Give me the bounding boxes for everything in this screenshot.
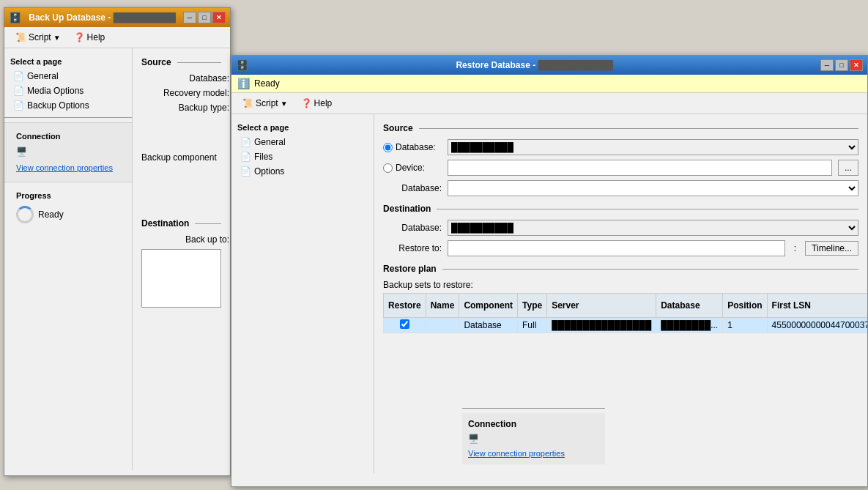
database-row: Database: <box>141 73 221 83</box>
recovery-model-row: Recovery model: <box>141 88 221 98</box>
dest-database-select[interactable]: ██████████ <box>448 220 858 236</box>
view-connection-props-link[interactable]: View connection properties <box>16 163 113 172</box>
restore-help-icon: ❓ <box>301 98 312 108</box>
restore-script-btn[interactable]: 📜 Script ▼ <box>237 96 293 111</box>
backup-options-icon: 📄 <box>13 100 24 111</box>
copy-only-row: Copy-only ba... <box>141 117 221 148</box>
destination-section-header: Destination <box>141 218 221 229</box>
backup-window-controls: ─ □ ✕ <box>183 12 226 23</box>
sidebar-item-general[interactable]: 📄 General <box>4 69 132 83</box>
row-restore-checkbox[interactable] <box>384 318 426 333</box>
backup-script-btn[interactable]: 📜 Script ▼ <box>10 30 66 45</box>
backup-minimize-btn[interactable]: ─ <box>183 12 196 23</box>
col-first-lsn: First LSN <box>767 294 867 318</box>
back-up-to-row: Back up to: <box>141 234 221 245</box>
backup-sets-table: Restore Name Component Type Server Datab… <box>383 293 867 333</box>
row-first-lsn: 45500000000044700037 <box>767 318 867 333</box>
col-server: Server <box>547 294 656 318</box>
backup-connection-section: Connection 🖥️ View connection properties <box>4 122 132 182</box>
restore-sidebar-files[interactable]: 📄 Files <box>231 149 374 164</box>
restore-view-connection-link[interactable]: View connection properties <box>468 449 565 458</box>
restore-toolbar: 📜 Script ▼ ❓ Help <box>231 93 867 114</box>
backup-type-row: Backup type: <box>141 103 221 113</box>
timeline-btn[interactable]: Timeline... <box>805 241 858 256</box>
media-options-icon: 📄 <box>13 86 24 96</box>
source-device-browse-btn[interactable]: ... <box>838 160 858 176</box>
sidebar-item-media-options[interactable]: 📄 Media Options <box>4 83 132 98</box>
backup-close-btn[interactable]: ✕ <box>212 12 226 23</box>
restore-options-icon: 📄 <box>240 166 251 177</box>
backup-window-icon: 🗄️ <box>9 12 21 23</box>
files-radio-row: Files and file... <box>141 182 221 212</box>
backup-sidebar: Select a page 📄 General 📄 Media Options … <box>4 48 133 470</box>
restore-status-text: Ready <box>254 78 280 89</box>
restore-files-icon: 📄 <box>240 152 251 162</box>
row-server: ████████████████ <box>547 318 656 333</box>
restore-connection-icon: 🖥️ <box>468 434 479 444</box>
status-info-icon: ℹ️ <box>237 78 250 89</box>
restore-close-btn[interactable]: ✕ <box>850 59 863 71</box>
backup-toolbar: 📜 Script ▼ ❓ Help <box>4 27 230 48</box>
restore-window-controls: ─ □ ✕ <box>820 59 863 71</box>
restore-script-icon: 📜 <box>242 98 253 108</box>
database-radio-row: Database <box>141 167 221 177</box>
backup-sets-label: Backup sets to restore: <box>383 280 858 290</box>
connection-icon: 🖥️ <box>16 146 27 157</box>
row-component: Database <box>459 318 518 333</box>
restore-database-window: 🗄️ Restore Database - ████████████ ─ □ ✕… <box>231 55 868 487</box>
restore-sidebar: Select a page 📄 General 📄 Files 📄 Option… <box>231 114 374 473</box>
restore-source-header: Source <box>383 123 858 133</box>
restore-to-separator: : <box>791 243 799 253</box>
source-db-label: Database: <box>383 183 442 193</box>
restore-to-input[interactable] <box>448 240 785 256</box>
restore-to-row: Restore to: : Timeline... <box>383 240 858 256</box>
restore-dest-database-row: Database: ██████████ <box>383 220 858 236</box>
col-restore: Restore <box>384 294 426 318</box>
source-database-select[interactable]: ██████████ <box>448 139 858 155</box>
source-device-radio[interactable] <box>383 163 393 173</box>
progress-spinner <box>16 206 34 223</box>
sidebar-item-backup-options[interactable]: 📄 Backup Options <box>4 98 132 113</box>
restore-maximize-btn[interactable]: □ <box>835 59 848 71</box>
restore-help-btn[interactable]: ❓ Help <box>296 96 338 111</box>
restore-general-icon: 📄 <box>240 137 251 147</box>
restore-titlebar: 🗄️ Restore Database - ████████████ ─ □ ✕ <box>231 56 867 75</box>
restore-window-icon: 🗄️ <box>236 59 248 71</box>
destination-list[interactable] <box>141 249 221 308</box>
progress-status: Ready <box>38 209 64 220</box>
restore-row-checkbox[interactable] <box>400 319 409 329</box>
restore-source-device-row: Device: ... <box>383 160 858 176</box>
database-label: Database: <box>141 73 229 83</box>
backup-component-header: Backup component <box>141 152 221 163</box>
restore-minimize-btn[interactable]: ─ <box>820 59 834 71</box>
restore-to-label: Restore to: <box>383 243 442 253</box>
general-icon: 📄 <box>13 71 24 81</box>
restore-content: Select a page 📄 General 📄 Files 📄 Option… <box>231 114 867 473</box>
restore-source-database-row: Database: ██████████ <box>383 139 858 155</box>
source-db-select[interactable] <box>448 180 858 196</box>
col-name: Name <box>426 294 459 318</box>
backup-maximize-btn[interactable]: □ <box>198 12 211 23</box>
dest-database-label: Database: <box>383 223 442 233</box>
restore-script-dropdown-icon: ▼ <box>281 100 288 108</box>
source-section-header: Source <box>141 57 221 67</box>
backup-database-window: 🗄️ Back Up Database - ██████████ ─ □ ✕ 📜… <box>4 7 231 476</box>
restore-sidebar-options[interactable]: 📄 Options <box>231 164 374 179</box>
restore-status-bar: ℹ️ Ready <box>231 75 867 93</box>
backup-content: Select a page 📄 General 📄 Media Options … <box>4 48 230 470</box>
restore-window-title: Restore Database - ████████████ <box>248 60 820 70</box>
restore-sidebar-general[interactable]: 📄 General <box>231 135 374 149</box>
table-row[interactable]: Database Full ████████████████ ████████.… <box>384 318 868 333</box>
script-dropdown-icon: ▼ <box>53 34 61 42</box>
restore-connection-title: Connection <box>468 417 599 431</box>
backup-help-btn[interactable]: ❓ Help <box>69 30 111 45</box>
recovery-model-label: Recovery model: <box>141 88 229 98</box>
restore-plan-header: Restore plan <box>383 264 858 274</box>
col-component: Component <box>459 294 518 318</box>
col-database: Database <box>656 294 723 318</box>
row-name <box>426 318 459 333</box>
row-position: 1 <box>723 318 767 333</box>
restore-destination-header: Destination <box>383 204 858 214</box>
source-database-radio[interactable] <box>383 143 393 152</box>
source-device-input[interactable] <box>448 160 832 176</box>
